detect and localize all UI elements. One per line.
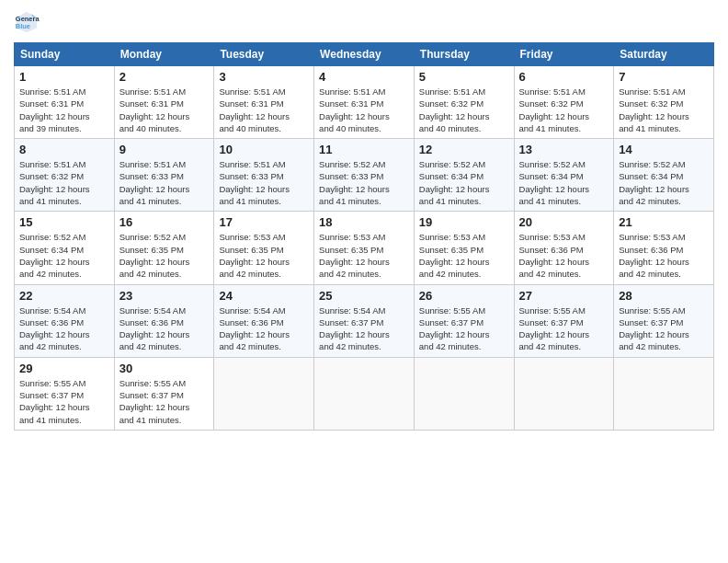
day-info: Sunrise: 5:53 AMSunset: 6:35 PMDaylight:… — [419, 232, 490, 279]
day-info: Sunrise: 5:55 AMSunset: 6:37 PMDaylight:… — [119, 378, 190, 425]
day-info: Sunrise: 5:52 AMSunset: 6:35 PMDaylight:… — [119, 232, 190, 279]
day-info: Sunrise: 5:51 AMSunset: 6:31 PMDaylight:… — [119, 86, 190, 133]
calendar-day-empty — [314, 357, 415, 430]
day-number: 8 — [19, 143, 109, 156]
day-number: 3 — [219, 70, 309, 84]
day-info: Sunrise: 5:54 AMSunset: 6:36 PMDaylight:… — [19, 305, 90, 352]
day-info: Sunrise: 5:54 AMSunset: 6:36 PMDaylight:… — [219, 305, 290, 352]
calendar-day-24: 24Sunrise: 5:54 AMSunset: 6:36 PMDayligh… — [214, 284, 314, 357]
weekday-header-sunday: Sunday — [15, 43, 115, 66]
weekday-header-thursday: Thursday — [414, 43, 514, 66]
calendar-day-5: 5Sunrise: 5:51 AMSunset: 6:32 PMDaylight… — [414, 66, 514, 139]
day-number: 21 — [619, 215, 709, 229]
calendar-day-18: 18Sunrise: 5:53 AMSunset: 6:35 PMDayligh… — [314, 212, 415, 284]
day-info: Sunrise: 5:51 AMSunset: 6:31 PMDaylight:… — [219, 86, 290, 133]
day-info: Sunrise: 5:52 AMSunset: 6:34 PMDaylight:… — [419, 159, 490, 206]
calendar-day-23: 23Sunrise: 5:54 AMSunset: 6:36 PMDayligh… — [114, 284, 214, 357]
day-number: 10 — [219, 143, 309, 156]
calendar-day-2: 2Sunrise: 5:51 AMSunset: 6:31 PMDaylight… — [114, 66, 214, 139]
svg-text:Blue: Blue — [16, 22, 30, 30]
calendar-day-14: 14Sunrise: 5:52 AMSunset: 6:34 PMDayligh… — [614, 139, 714, 212]
calendar-row: 1Sunrise: 5:51 AMSunset: 6:31 PMDaylight… — [15, 66, 714, 139]
day-info: Sunrise: 5:53 AMSunset: 6:36 PMDaylight:… — [519, 232, 590, 279]
calendar-day-27: 27Sunrise: 5:55 AMSunset: 6:37 PMDayligh… — [514, 284, 614, 357]
weekday-header-monday: Monday — [114, 43, 214, 66]
calendar-day-21: 21Sunrise: 5:53 AMSunset: 6:36 PMDayligh… — [614, 212, 714, 284]
day-number: 19 — [419, 215, 509, 229]
calendar-day-8: 8Sunrise: 5:51 AMSunset: 6:32 PMDaylight… — [15, 139, 115, 212]
day-number: 1 — [19, 70, 109, 84]
weekday-header-tuesday: Tuesday — [214, 43, 314, 66]
calendar-day-20: 20Sunrise: 5:53 AMSunset: 6:36 PMDayligh… — [514, 212, 614, 284]
day-number: 2 — [119, 70, 210, 84]
day-info: Sunrise: 5:52 AMSunset: 6:34 PMDaylight:… — [19, 232, 90, 279]
day-info: Sunrise: 5:51 AMSunset: 6:32 PMDaylight:… — [19, 159, 90, 206]
calendar-table: SundayMondayTuesdayWednesdayThursdayFrid… — [14, 42, 714, 431]
day-number: 20 — [519, 215, 609, 229]
calendar-day-1: 1Sunrise: 5:51 AMSunset: 6:31 PMDaylight… — [15, 66, 115, 139]
calendar-day-9: 9Sunrise: 5:51 AMSunset: 6:33 PMDaylight… — [114, 139, 214, 212]
day-info: Sunrise: 5:52 AMSunset: 6:34 PMDaylight:… — [619, 159, 689, 206]
day-info: Sunrise: 5:51 AMSunset: 6:33 PMDaylight:… — [119, 159, 190, 206]
calendar-day-19: 19Sunrise: 5:53 AMSunset: 6:35 PMDayligh… — [414, 212, 514, 284]
day-number: 25 — [319, 289, 409, 303]
day-info: Sunrise: 5:53 AMSunset: 6:35 PMDaylight:… — [319, 232, 390, 279]
day-info: Sunrise: 5:51 AMSunset: 6:33 PMDaylight:… — [219, 159, 290, 206]
calendar-header-row: SundayMondayTuesdayWednesdayThursdayFrid… — [15, 43, 714, 66]
day-number: 4 — [319, 70, 409, 84]
day-info: Sunrise: 5:51 AMSunset: 6:31 PMDaylight:… — [319, 86, 390, 133]
calendar-day-empty — [514, 357, 614, 430]
calendar-day-10: 10Sunrise: 5:51 AMSunset: 6:33 PMDayligh… — [214, 139, 314, 212]
calendar-day-6: 6Sunrise: 5:51 AMSunset: 6:32 PMDaylight… — [514, 66, 614, 139]
day-info: Sunrise: 5:51 AMSunset: 6:31 PMDaylight:… — [19, 86, 90, 133]
calendar-row: 15Sunrise: 5:52 AMSunset: 6:34 PMDayligh… — [15, 212, 714, 284]
page-container: General Blue SundayMondayTuesdayWednesda… — [0, 0, 728, 440]
calendar-row: 22Sunrise: 5:54 AMSunset: 6:36 PMDayligh… — [15, 284, 714, 357]
day-info: Sunrise: 5:51 AMSunset: 6:32 PMDaylight:… — [519, 86, 590, 133]
calendar-day-30: 30Sunrise: 5:55 AMSunset: 6:37 PMDayligh… — [114, 357, 214, 430]
weekday-header-saturday: Saturday — [614, 43, 714, 66]
day-info: Sunrise: 5:51 AMSunset: 6:32 PMDaylight:… — [419, 86, 490, 133]
day-info: Sunrise: 5:53 AMSunset: 6:36 PMDaylight:… — [619, 232, 689, 279]
calendar-day-13: 13Sunrise: 5:52 AMSunset: 6:34 PMDayligh… — [514, 139, 614, 212]
day-number: 5 — [419, 70, 509, 84]
calendar-row: 29Sunrise: 5:55 AMSunset: 6:37 PMDayligh… — [15, 357, 714, 430]
day-number: 6 — [519, 70, 609, 84]
day-info: Sunrise: 5:55 AMSunset: 6:37 PMDaylight:… — [19, 378, 90, 425]
day-number: 30 — [119, 362, 210, 375]
day-info: Sunrise: 5:53 AMSunset: 6:35 PMDaylight:… — [219, 232, 290, 279]
calendar-day-4: 4Sunrise: 5:51 AMSunset: 6:31 PMDaylight… — [314, 66, 415, 139]
day-info: Sunrise: 5:52 AMSunset: 6:34 PMDaylight:… — [519, 159, 590, 206]
calendar-day-22: 22Sunrise: 5:54 AMSunset: 6:36 PMDayligh… — [15, 284, 115, 357]
day-number: 26 — [419, 289, 509, 303]
calendar-day-3: 3Sunrise: 5:51 AMSunset: 6:31 PMDaylight… — [214, 66, 314, 139]
day-number: 28 — [619, 289, 709, 303]
calendar-day-25: 25Sunrise: 5:54 AMSunset: 6:37 PMDayligh… — [314, 284, 415, 357]
day-number: 27 — [519, 289, 609, 303]
weekday-header-wednesday: Wednesday — [314, 43, 415, 66]
day-info: Sunrise: 5:54 AMSunset: 6:36 PMDaylight:… — [119, 305, 190, 352]
day-number: 18 — [319, 215, 409, 229]
calendar-day-12: 12Sunrise: 5:52 AMSunset: 6:34 PMDayligh… — [414, 139, 514, 212]
day-number: 29 — [19, 362, 109, 375]
calendar-day-15: 15Sunrise: 5:52 AMSunset: 6:34 PMDayligh… — [15, 212, 115, 284]
calendar-row: 8Sunrise: 5:51 AMSunset: 6:32 PMDaylight… — [15, 139, 714, 212]
calendar-day-29: 29Sunrise: 5:55 AMSunset: 6:37 PMDayligh… — [15, 357, 115, 430]
day-number: 7 — [619, 70, 709, 84]
day-number: 14 — [619, 143, 709, 156]
day-info: Sunrise: 5:51 AMSunset: 6:32 PMDaylight:… — [619, 86, 689, 133]
calendar-day-26: 26Sunrise: 5:55 AMSunset: 6:37 PMDayligh… — [414, 284, 514, 357]
calendar-day-28: 28Sunrise: 5:55 AMSunset: 6:37 PMDayligh… — [614, 284, 714, 357]
weekday-header-friday: Friday — [514, 43, 614, 66]
day-number: 24 — [219, 289, 309, 303]
day-info: Sunrise: 5:52 AMSunset: 6:33 PMDaylight:… — [319, 159, 390, 206]
day-info: Sunrise: 5:54 AMSunset: 6:37 PMDaylight:… — [319, 305, 390, 352]
calendar-day-11: 11Sunrise: 5:52 AMSunset: 6:33 PMDayligh… — [314, 139, 415, 212]
day-number: 23 — [119, 289, 210, 303]
day-number: 13 — [519, 143, 609, 156]
day-number: 15 — [19, 215, 109, 229]
header: General Blue — [14, 9, 714, 35]
logo-icon: General Blue — [14, 9, 40, 35]
calendar-day-16: 16Sunrise: 5:52 AMSunset: 6:35 PMDayligh… — [114, 212, 214, 284]
day-number: 17 — [219, 215, 309, 229]
